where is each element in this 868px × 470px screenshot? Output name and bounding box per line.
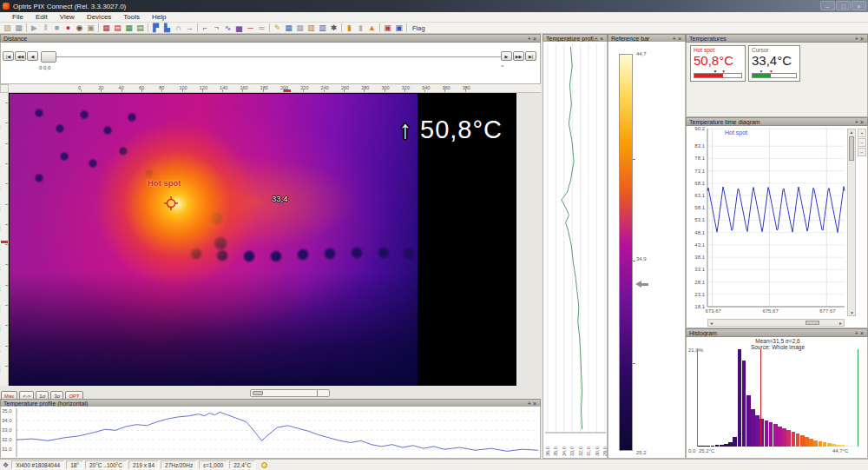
grid-blue-icon[interactable]: ▦ xyxy=(283,23,294,33)
nav-back-button-1[interactable]: ◀◀ xyxy=(15,51,26,61)
menu-devices[interactable]: Devices xyxy=(81,13,117,21)
histogram-icon[interactable]: ▅ xyxy=(233,23,245,33)
histogram-bar xyxy=(836,445,840,447)
layout-red2-icon[interactable]: ▤ xyxy=(112,23,123,33)
nav-back-button-0[interactable]: |◀ xyxy=(3,51,14,61)
time-diagram-vscrollbar[interactable]: ▲▼ xyxy=(847,129,856,316)
nav-forward-button-0[interactable]: ▶ xyxy=(501,51,512,61)
distance-slider-track[interactable] xyxy=(41,56,502,57)
menu-edit[interactable]: Edit xyxy=(30,13,54,21)
menu-help[interactable]: Help xyxy=(146,13,172,21)
profile-h-ytick: 35,0 xyxy=(2,408,12,414)
layout-red-icon[interactable]: ▦ xyxy=(101,23,112,33)
histogram-bar xyxy=(823,442,827,447)
close-icon[interactable]: × xyxy=(533,36,538,42)
camera-red-icon[interactable]: ▣ xyxy=(382,23,393,33)
histogram-title: Histogram +× xyxy=(686,328,868,337)
draw-icon[interactable]: ✎ xyxy=(272,23,283,33)
histogram-panel: Histogram +× Mean=31,5 σ=2,6 Source: Who… xyxy=(686,328,868,459)
image-scrollbar-mark xyxy=(317,390,318,396)
cloud-icon[interactable]: ∩ xyxy=(173,23,184,33)
ruler-v-tick xyxy=(5,264,8,265)
reference-cursor-arrow-icon[interactable] xyxy=(635,281,641,288)
profile-h-ytick: 32,0 xyxy=(2,437,12,442)
save-icon[interactable]: ▦ xyxy=(13,23,24,33)
ruler-h-label: 300 xyxy=(382,85,390,90)
ruler-v-tick xyxy=(5,224,8,225)
line-red-icon[interactable]: ─ xyxy=(245,23,256,33)
reference-color-scale[interactable] xyxy=(619,54,633,451)
nav-back-button-2[interactable]: ◀ xyxy=(27,51,38,61)
image-scrollbar-thumb[interactable] xyxy=(253,391,263,395)
open-folder-icon[interactable]: ▨ xyxy=(2,23,13,33)
profile-h-ytick: 31,0 xyxy=(2,447,12,452)
stop-icon[interactable]: ■ xyxy=(51,23,62,33)
scroll-right-icon[interactable]: ► xyxy=(838,320,843,327)
histogram-min-line xyxy=(697,349,698,447)
palette-warm-icon[interactable]: ▥ xyxy=(306,23,317,33)
histogram-max-line xyxy=(858,349,858,447)
close-icon[interactable]: × xyxy=(533,400,538,407)
new-window-icon[interactable]: ▛ xyxy=(150,23,161,33)
diagram-fit-button[interactable]: ↔ xyxy=(858,148,866,156)
pause-icon[interactable]: ‖ xyxy=(40,23,51,33)
ruler-v-label: 40 xyxy=(0,144,1,149)
chart-window-icon[interactable]: ▙ xyxy=(161,23,173,33)
flame-icon[interactable]: ▲ xyxy=(366,23,378,33)
layout-green2-icon[interactable]: ▤ xyxy=(135,23,146,33)
scroll-left-icon[interactable]: ◄ xyxy=(709,320,713,327)
range-gray-icon[interactable]: ▮ xyxy=(355,23,366,33)
diagram-zoom-in-button[interactable]: + xyxy=(858,129,866,137)
ruler-h-tick xyxy=(303,89,304,92)
histogram-bar xyxy=(840,445,845,447)
lightbulb-icon[interactable] xyxy=(261,462,267,468)
close-icon[interactable]: × xyxy=(678,36,683,42)
time-diagram-hscrollbar[interactable]: ◄ ► xyxy=(707,319,845,327)
toolbar-separator xyxy=(98,23,99,32)
menu-file[interactable]: File xyxy=(6,13,30,21)
nav-forward-button-1[interactable]: ▶▶ xyxy=(513,51,524,61)
settings-icon[interactable]: ✱ xyxy=(328,23,339,33)
close-icon[interactable]: × xyxy=(860,330,865,336)
record-icon[interactable]: ● xyxy=(62,23,74,33)
maximize-icon[interactable]: □ xyxy=(836,1,851,10)
menu-tools[interactable]: Tools xyxy=(117,13,146,21)
nav-forward-button-2[interactable]: ▶| xyxy=(525,51,536,61)
layout-green-icon[interactable]: ▦ xyxy=(123,23,135,33)
play-icon[interactable]: ▶ xyxy=(29,23,40,33)
flag-button[interactable]: Flag xyxy=(412,24,425,32)
hscroll-thumb[interactable] xyxy=(806,321,819,325)
copy-icon[interactable]: ▣ xyxy=(85,23,96,33)
profile-y-icon[interactable]: ¬ xyxy=(211,23,222,33)
thermal-image-frame xyxy=(10,94,418,385)
grid-gray-icon[interactable]: ▦ xyxy=(294,23,306,33)
close-icon[interactable]: × xyxy=(860,119,865,125)
ruler-h-label: 320 xyxy=(402,85,410,90)
thermal-image[interactable]: ↑ 50,8°C Hot spot 33,4 xyxy=(9,93,516,386)
histogram-xmin-label: 25,2°C xyxy=(699,448,714,453)
close-icon[interactable]: × xyxy=(852,1,866,10)
export-arrow-icon[interactable]: → xyxy=(184,23,195,33)
image-scrollbar[interactable] xyxy=(250,389,330,397)
temp-box-bar-fill xyxy=(694,74,723,77)
palette-cool-icon[interactable]: ▥ xyxy=(317,23,328,33)
close-icon[interactable]: × xyxy=(860,36,865,42)
close-icon[interactable]: × xyxy=(600,36,605,42)
profile-x-icon[interactable]: ⌐ xyxy=(200,23,211,33)
range-orange-icon[interactable]: ▮ xyxy=(344,23,355,33)
time-diagram-ytick: 23,1 xyxy=(687,292,705,297)
time-diagram-icon[interactable]: ∿ xyxy=(222,23,233,33)
time-diagram-ytick: 73,1 xyxy=(687,169,705,174)
vscroll-thumb[interactable] xyxy=(849,136,854,161)
camera-blue-icon[interactable]: ▣ xyxy=(393,23,404,33)
distance-slider-thumb[interactable] xyxy=(41,51,56,63)
minimize-icon[interactable]: – xyxy=(820,1,835,10)
status-segment: 27Hz/20Hz xyxy=(161,460,197,469)
ruler-v-tick xyxy=(5,143,8,144)
temp-box-label: Cursor xyxy=(752,47,769,53)
histogram-bar xyxy=(827,443,832,447)
line-dash-icon[interactable]: ═ xyxy=(256,23,267,33)
menu-view[interactable]: View xyxy=(54,13,81,21)
diagram-zoom-out-button[interactable]: − xyxy=(858,138,866,147)
snapshot-icon[interactable]: ◉ xyxy=(74,23,85,33)
